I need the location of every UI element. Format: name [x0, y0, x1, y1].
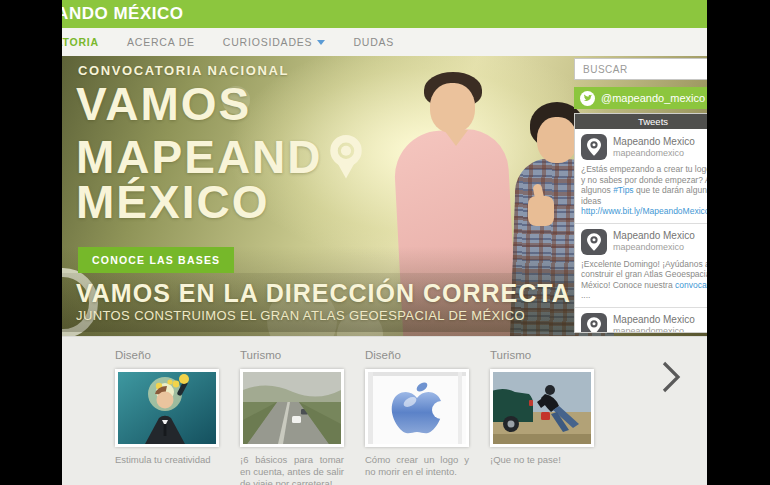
car-breakdown-thumbnail[interactable] — [490, 369, 594, 447]
card-category: Turismo — [240, 349, 344, 361]
hero-title-line1: VAMOS — [76, 82, 364, 127]
carousel-next-button[interactable] — [660, 359, 682, 399]
tweet-text: ¡Excelente Domingo! ¡Ayúdanos a construi… — [581, 259, 707, 301]
mapeando-avatar-icon — [581, 313, 607, 334]
site-logo[interactable]: MAPEANDO MÉXICO — [62, 0, 183, 28]
map-pin-icon — [328, 133, 364, 186]
article-card[interactable]: Turismo — [240, 349, 344, 485]
card-caption: ¡Que no te pase! — [490, 454, 594, 466]
nav-item-label: CURIOSIDADES — [223, 36, 313, 48]
tweet-text: ¿Estás empezando a crear tu logotipo y n… — [581, 164, 707, 217]
right-sidebar: @mapeando_mexico Tweets Mapeando Mexico … — [574, 58, 707, 333]
card-category: Turismo — [490, 349, 594, 361]
nav-items: CONVOCATORIA ACERCA DE CURIOSIDADES DUDA… — [62, 28, 394, 56]
search-input[interactable] — [574, 58, 707, 80]
url-link[interactable]: http://www.bit.ly/MapeandoMexico — [581, 206, 707, 216]
card-caption: ¡6 básicos para tomar en cuenta, antes d… — [240, 454, 344, 485]
apple-logo-thumbnail[interactable] — [365, 369, 469, 447]
hero-title-line3: MÉXICO — [76, 180, 364, 225]
nav-item-curiosidades[interactable]: CURIOSIDADES — [223, 36, 326, 48]
card-category: Diseño — [365, 349, 469, 361]
nav-item-acerca-de[interactable]: ACERCA DE — [127, 36, 195, 48]
tweet-author: Mapeando Mexico — [613, 136, 695, 148]
article-card[interactable]: Turismo — [490, 349, 594, 485]
hero-title-line2: MAPEAND — [76, 127, 364, 180]
mapeando-avatar-icon — [581, 134, 607, 160]
nav-item-convocatoria[interactable]: CONVOCATORIA — [62, 36, 99, 48]
tweet-author: Mapeando Mexico — [613, 230, 695, 242]
nav-item-label: CONVOCATORIA — [62, 36, 99, 48]
tweet-handle: mapeandomexico — [613, 242, 695, 253]
hashtag-link[interactable]: #Tips — [613, 185, 633, 195]
article-card[interactable]: Diseño — [115, 349, 219, 485]
creativity-thumbnail[interactable] — [115, 369, 219, 447]
nav-item-dudas[interactable]: DUDAS — [353, 36, 394, 48]
card-category: Diseño — [115, 349, 219, 361]
hero-kicker: CONVOCATORIA NACIONAL — [78, 63, 289, 78]
tweet-item[interactable]: Mapeando Mexico mapeandomexico ¿Estás em… — [575, 129, 707, 224]
twitter-handle: @mapeando_mexico — [601, 92, 705, 104]
tweet-item[interactable]: Mapeando Mexico mapeandomexico ¡Excelent… — [575, 224, 707, 308]
twitter-follow-bar[interactable]: @mapeando_mexico — [574, 87, 707, 109]
road-trip-thumbnail[interactable] — [240, 369, 344, 447]
site-window: MAPEANDO MÉXICO CONVOCATORIA ACERCA DE C… — [62, 0, 707, 485]
hero-title: VAMOS MAPEAND MÉXICO — [76, 82, 364, 225]
article-card[interactable]: Diseño — [365, 349, 469, 485]
mapeando-avatar-icon — [581, 229, 607, 255]
main-navbar: CONVOCATORIA ACERCA DE CURIOSIDADES DUDA… — [62, 28, 707, 56]
top-green-bar: MAPEANDO MÉXICO — [62, 0, 707, 28]
tweet-author: Mapeando Mexico — [613, 314, 695, 326]
tweet-handle: mapeandomexico — [613, 326, 695, 333]
nav-item-label: ACERCA DE — [127, 36, 195, 48]
convocatoria-link[interactable]: convocatoria — [675, 280, 707, 290]
conoce-las-bases-button[interactable]: CONOCE LAS BASES — [78, 247, 234, 273]
card-caption: Cómo crear un logo y no morir en el inte… — [365, 454, 469, 478]
twitter-icon — [580, 91, 595, 106]
tweet-handle: mapeandomexico — [613, 148, 695, 159]
screenshot-stage: MAPEANDO MÉXICO CONVOCATORIA ACERCA DE C… — [0, 0, 770, 485]
card-caption: Estimula tu creatividad — [115, 454, 219, 466]
nav-item-label: DUDAS — [353, 36, 394, 48]
carousel-cards: Diseño — [115, 349, 594, 485]
articles-carousel: Diseño — [62, 336, 707, 485]
tweets-widget: Tweets Mapeando Mexico mapeandomexico ¿E… — [574, 113, 707, 333]
chevron-down-icon — [317, 40, 325, 45]
tweets-header: Tweets — [575, 114, 707, 129]
tweet-item[interactable]: Mapeando Mexico mapeandomexico Los invit… — [575, 308, 707, 334]
